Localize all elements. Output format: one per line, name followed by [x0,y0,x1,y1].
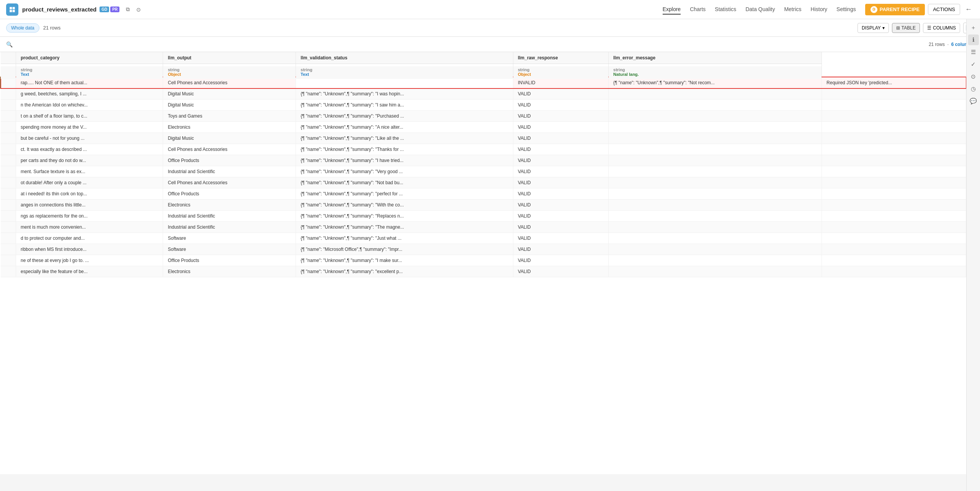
cell-llm-error-col[interactable] [822,266,966,277]
cell-text-col[interactable]: per carts and they do not do w... [16,155,163,166]
sidebar-plus-icon[interactable]: ＋ [968,22,979,33]
cell-product-category-col[interactable]: Digital Music [163,88,296,100]
cell-text-col[interactable]: especially like the feature of be... [16,266,163,277]
cell-product-category-col[interactable]: Electronics [163,266,296,277]
cell-llm-output-col[interactable]: {¶ "name": "Unknown",¶ "summary": "Like … [296,133,513,144]
cell-llm-validation-col[interactable]: VALID [513,155,608,166]
tab-explore[interactable]: Explore [663,5,681,15]
cell-llm-raw-col[interactable] [609,266,822,277]
cell-llm-raw-col[interactable] [609,111,822,122]
options-button[interactable]: ⊙ [133,4,144,15]
cell-llm-validation-col[interactable]: VALID [513,144,608,155]
col-header-llm-raw-response[interactable]: llm_raw_response [513,52,608,64]
cell-llm-output-col[interactable]: {¶ "name": "Unknown",¶ "summary": "I mak… [296,255,513,266]
cell-text-col[interactable]: ment is much more convenien... [16,222,163,233]
cell-llm-output-col[interactable]: {¶ "name": "Unknown",¶ "summary": "Very … [296,166,513,177]
sidebar-info-icon[interactable]: ℹ [968,34,979,45]
tab-settings[interactable]: Settings [836,5,856,15]
col-header-llm-validation-status[interactable]: llm_validation_status [296,52,513,64]
cell-llm-raw-col[interactable] [609,244,822,255]
cell-llm-output-col[interactable]: {¶ "name": "Unknown",¶ "summary": "The m… [296,222,513,233]
back-button[interactable]: ← [963,4,974,15]
cell-product-category-col[interactable]: Industrial and Scientific [163,166,296,177]
cell-llm-validation-col[interactable]: VALID [513,233,608,244]
cell-text-col[interactable]: anges in connections this little... [16,200,163,211]
cell-llm-raw-col[interactable] [609,188,822,200]
cell-llm-error-col[interactable] [822,155,966,166]
cell-llm-validation-col[interactable]: VALID [513,133,608,144]
tab-metrics[interactable]: Metrics [784,5,801,15]
cell-llm-error-col[interactable] [822,177,966,188]
cell-llm-error-col[interactable] [822,133,966,144]
cell-text-col[interactable]: ment. Surface texture is as ex... [16,166,163,177]
cell-llm-validation-col[interactable]: VALID [513,88,608,100]
cell-product-category-col[interactable]: Industrial and Scientific [163,211,296,222]
cell-product-category-col[interactable]: Electronics [163,122,296,133]
cell-text-col[interactable]: ne of these at every job I go to. ... [16,255,163,266]
sidebar-clock-icon[interactable]: ◷ [968,83,979,94]
table-row[interactable]: anges in connections this little...Elect… [1,200,966,211]
cell-llm-raw-col[interactable] [609,233,822,244]
cell-llm-output-col[interactable]: {¶ "name": "Unknown",¶ "summary": "Just … [296,233,513,244]
cell-llm-raw-col[interactable] [609,122,822,133]
tab-data-quality[interactable]: Data Quality [745,5,775,15]
cell-llm-error-col[interactable] [822,211,966,222]
cell-llm-output-col[interactable]: {¶ "name": "Unknown",¶ "summary": "Repla… [296,211,513,222]
cell-llm-validation-col[interactable]: VALID [513,122,608,133]
cell-llm-error-col[interactable] [822,200,966,211]
table-row[interactable]: d to protect our computer and...Software… [1,233,966,244]
cell-llm-validation-col[interactable]: VALID [513,222,608,233]
cell-llm-output-col[interactable]: {¶ "name": "Unknown",¶ "summary": "excel… [296,266,513,277]
cell-llm-output-col[interactable]: {¶ "name": "Unknown",¶ "summary": "A nic… [296,122,513,133]
table-row[interactable]: ment is much more convenien...Industrial… [1,222,966,233]
tab-statistics[interactable]: Statistics [715,5,736,15]
cell-llm-raw-col[interactable] [609,166,822,177]
cell-llm-error-col[interactable] [822,144,966,155]
cell-llm-error-col[interactable] [822,111,966,122]
table-row[interactable]: ct. It was exactly as described ...Cell … [1,144,966,155]
table-row[interactable]: spending more money at the V...Electroni… [1,122,966,133]
cell-product-category-col[interactable]: Office Products [163,255,296,266]
table-row[interactable]: but be careful - not for young ...Digita… [1,133,966,144]
table-row[interactable]: per carts and they do not do w...Office … [1,155,966,166]
cell-llm-error-col[interactable] [822,88,966,100]
cell-llm-output-col[interactable]: {¶ "name": "Microsoft Office",¶ "summary… [296,244,513,255]
cell-text-col[interactable]: n the American Idol on whichev... [16,100,163,111]
cell-llm-validation-col[interactable]: VALID [513,266,608,277]
cell-llm-output-col[interactable]: {¶ "name": "Unknown",¶ "summary": "Not b… [296,177,513,188]
cell-text-col[interactable]: ribbon when MS first introduce... [16,244,163,255]
cell-llm-raw-col[interactable] [609,88,822,100]
col-header-product-category[interactable]: product_category [16,52,163,64]
cell-llm-error-col[interactable]: Required JSON key 'predicted... [822,77,966,88]
cell-text-col[interactable]: ct. It was exactly as described ... [16,144,163,155]
parent-recipe-button[interactable]: ③ PARENT RECIPE [865,4,925,15]
columns-view-button[interactable]: ☰ COLUMNS [923,23,960,33]
cell-llm-raw-col[interactable] [609,133,822,144]
cell-llm-raw-col[interactable] [609,211,822,222]
display-button[interactable]: DISPLAY ▾ [858,23,889,33]
cell-llm-output-col[interactable]: {¶ "name": "Unknown",¶ "summary": "With … [296,200,513,211]
table-row[interactable]: ribbon when MS first introduce...Softwar… [1,244,966,255]
cell-llm-error-col[interactable] [822,122,966,133]
cell-product-category-col[interactable]: Digital Music [163,100,296,111]
cell-llm-error-col[interactable] [822,100,966,111]
cell-llm-output-col[interactable]: {¶ "name": "Unknown",¶ "summary": "perfe… [296,188,513,200]
cell-llm-output-col[interactable]: {¶ "name": "Unknown",¶ "summary": "Purch… [296,111,513,122]
sidebar-list-icon[interactable]: ☰ [968,47,979,57]
whole-data-button[interactable]: Whole data [6,23,39,33]
sidebar-chat-icon[interactable]: 💬 [968,96,979,106]
cell-llm-output-col[interactable]: {¶ "name": "Unknown",¶ "summary": "I saw… [296,100,513,111]
copy-button[interactable]: ⧉ [122,4,133,15]
cell-product-category-col[interactable]: Electronics [163,200,296,211]
cell-llm-validation-col[interactable]: VALID [513,255,608,266]
table-view-button[interactable]: ⊞ TABLE [892,23,920,33]
cell-llm-error-col[interactable] [822,166,966,177]
cell-text-col[interactable]: spending more money at the V... [16,122,163,133]
cell-llm-error-col[interactable] [822,222,966,233]
cell-llm-error-col[interactable] [822,233,966,244]
cell-llm-output-col[interactable]: {¶ "name": "Unknown",¶ "summary": "I was… [296,88,513,100]
cell-llm-raw-col[interactable] [609,200,822,211]
table-row[interactable]: n the American Idol on whichev...Digital… [1,100,966,111]
cell-llm-validation-col[interactable]: VALID [513,100,608,111]
table-row[interactable]: ment. Surface texture is as ex...Industr… [1,166,966,177]
